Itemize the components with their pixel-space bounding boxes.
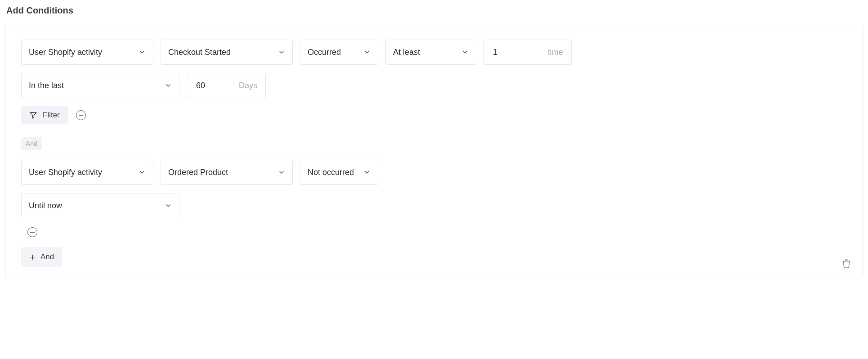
condition-1-row-2: In the last Days	[21, 73, 847, 98]
timeframe-label: In the last	[29, 81, 64, 90]
filter-button-label: Filter	[43, 111, 60, 120]
occurrence-label: Occurred	[308, 48, 341, 57]
activity-type-select[interactable]: User Shopify activity	[21, 40, 153, 65]
conditions-panel: User Shopify activity Checkout Started O…	[5, 25, 863, 278]
activity-type-select-2[interactable]: User Shopify activity	[21, 160, 153, 185]
event-select-2[interactable]: Ordered Product	[161, 160, 293, 185]
trash-icon	[841, 259, 851, 269]
chevron-down-icon	[139, 49, 146, 56]
chevron-down-icon	[278, 49, 285, 56]
filter-row: Filter	[21, 106, 847, 124]
activity-type-label: User Shopify activity	[29, 48, 102, 57]
page-title: Add Conditions	[6, 5, 863, 16]
days-suffix: Days	[239, 81, 257, 90]
count-input-wrapper: time	[483, 40, 572, 65]
add-and-label: And	[40, 252, 54, 261]
condition-2-row-2: Until now	[21, 193, 847, 218]
comparator-select[interactable]: At least	[385, 40, 476, 65]
event-label-2: Ordered Product	[168, 168, 228, 177]
minus-icon	[30, 232, 35, 233]
comparator-label: At least	[393, 48, 420, 57]
days-input-wrapper: Days	[187, 73, 266, 98]
occurrence-select[interactable]: Occurred	[300, 40, 378, 65]
minus-icon	[79, 115, 83, 116]
timeframe-select-2[interactable]: Until now	[21, 193, 179, 218]
chevron-down-icon	[139, 169, 146, 176]
condition-1-row-1: User Shopify activity Checkout Started O…	[21, 40, 847, 65]
chevron-down-icon	[165, 202, 172, 209]
occurrence-select-2[interactable]: Not occurred	[300, 160, 378, 185]
count-suffix: time	[548, 48, 563, 57]
event-select[interactable]: Checkout Started	[161, 40, 293, 65]
connector-and-badge: And	[21, 137, 42, 150]
chevron-down-icon	[363, 169, 371, 176]
svg-marker-0	[30, 112, 36, 118]
remove-condition-1-button[interactable]	[76, 110, 86, 120]
timeframe-select[interactable]: In the last	[21, 73, 179, 98]
event-label: Checkout Started	[168, 48, 231, 57]
filter-icon	[29, 111, 37, 119]
days-input[interactable]	[195, 81, 235, 91]
delete-group-button[interactable]	[841, 259, 851, 269]
timeframe-label-2: Until now	[29, 201, 62, 211]
activity-type-label-2: User Shopify activity	[29, 168, 102, 177]
remove-condition-2-button[interactable]	[27, 227, 37, 237]
chevron-down-icon	[461, 49, 469, 56]
chevron-down-icon	[363, 49, 371, 56]
plus-icon	[29, 254, 36, 260]
condition-2-row-1: User Shopify activity Ordered Product No…	[21, 160, 847, 185]
occurrence-label-2: Not occurred	[308, 168, 354, 177]
chevron-down-icon	[278, 169, 285, 176]
add-and-button[interactable]: And	[21, 247, 62, 267]
filter-button[interactable]: Filter	[21, 106, 68, 124]
chevron-down-icon	[165, 82, 172, 89]
count-input[interactable]	[492, 47, 544, 58]
